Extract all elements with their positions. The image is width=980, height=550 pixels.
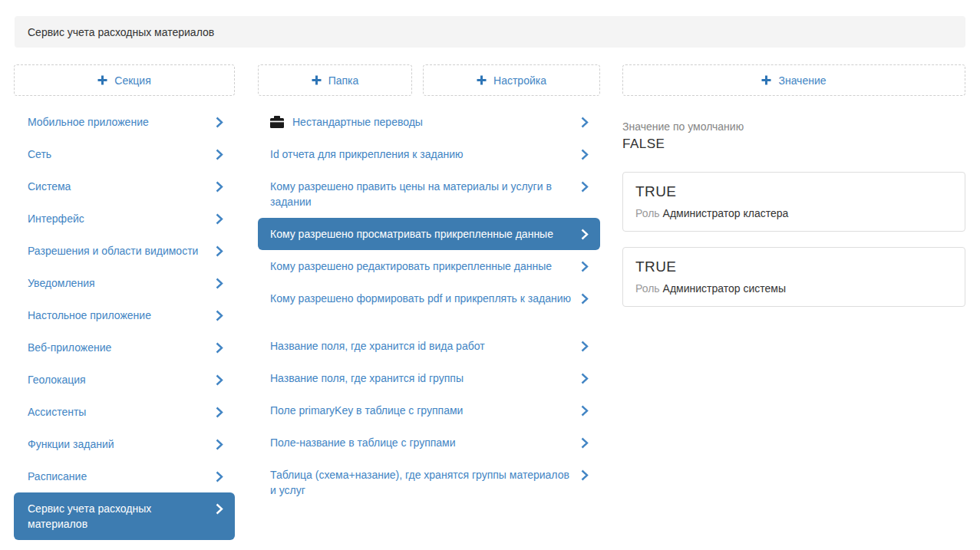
sidebar-item-label: Система [28,179,216,194]
folder-icon [270,114,284,130]
sidebar-item-label: Интерфейс [28,211,216,226]
sidebar-item[interactable]: Разрешения и области видимости [14,235,235,267]
chevron-right-icon [216,372,223,387]
sidebar-item[interactable]: Сеть [14,138,235,170]
setting-item[interactable]: Нестандартные переводы [258,106,600,138]
value-card-role: Роль Администратор системы [635,282,952,295]
add-setting-button[interactable]: Настройка [423,64,600,96]
chevron-right-icon [216,179,223,194]
add-section-label: Секция [114,74,150,87]
sidebar-item[interactable]: Интерфейс [14,203,235,235]
value-card-role: Роль Администратор кластера [635,207,952,220]
sidebar-item-label: Сервис учета расходных материалов [28,501,216,532]
chevron-right-icon [581,338,589,354]
sidebar-item-label: Сеть [28,147,216,162]
plus-icon [97,75,107,85]
setting-item[interactable]: Поле-название в таблице с группами [258,426,600,459]
setting-item-label: Таблица (схема+назание), где хранятся гр… [270,467,581,498]
plus-icon [761,75,771,85]
sidebar-item[interactable]: Расписание [14,460,235,492]
sidebar-item-label: Разрешения и области видимости [28,243,216,259]
sidebar-item[interactable]: Уведомления [14,267,235,299]
sidebar-item-label: Веб-приложение [28,340,216,355]
sidebar-item-label: Геолокация [28,372,216,387]
chevron-right-icon [581,371,589,386]
setting-item[interactable]: Название поля, где хранится id группы [258,362,600,394]
chevron-right-icon [216,436,223,452]
sections-column: Секция Мобильное приложение Сеть [14,64,235,540]
plus-icon [312,75,322,85]
setting-item-label: Название поля, где хранится id вида рабо… [270,338,581,354]
setting-item[interactable]: Кому разрешено формировать pdf и прикреп… [258,282,600,315]
chevron-right-icon [581,259,589,274]
add-value-button[interactable]: Значение [622,64,965,96]
chevron-right-icon [216,275,223,291]
plus-icon [477,75,487,85]
sidebar-item[interactable]: Функции заданий [14,428,235,460]
sidebar-item-label: Расписание [28,469,216,484]
sidebar-item[interactable]: Веб-приложение [14,331,235,364]
chevron-right-icon [216,501,223,516]
chevron-right-icon [581,403,589,418]
add-setting-label: Настройка [493,74,546,87]
sidebar-item[interactable]: Мобильное приложение [14,106,235,138]
sidebar-item-label: Настольное приложение [28,308,216,323]
default-value-block: Значение по умолчанию FALSE [622,120,965,152]
setting-item-label: Кому разрешено править цены на материалы… [270,179,581,209]
add-folder-button[interactable]: Папка [258,64,412,96]
setting-item[interactable]: Id отчета для прикрепления к заданию [258,138,600,170]
role-label: Роль [635,282,660,295]
chevron-right-icon [216,147,223,162]
main-layout: Секция Мобильное приложение Сеть [0,64,980,540]
chevron-right-icon [216,211,223,226]
settings-toolbar: Папка Настройка [258,64,600,96]
role-name: Администратор системы [663,282,786,295]
sidebar-item[interactable]: Сервис учета расходных материалов [14,492,235,540]
role-name: Администратор кластера [663,207,789,219]
setting-item-label: Кому разрешено редактировать прикрепленн… [270,259,581,274]
setting-item-label: Название поля, где хранится id группы [270,371,581,386]
value-card[interactable]: TRUE Роль Администратор кластера [622,172,965,232]
role-label: Роль [635,207,660,219]
value-cards: TRUE Роль Администратор кластера TRUE Ро… [622,172,965,307]
sidebar-item-label: Ассистенты [28,404,216,420]
add-value-label: Значение [778,74,826,87]
setting-item-label: Нестандартные переводы [292,114,581,130]
chevron-right-icon [216,243,223,259]
chevron-right-icon [581,114,589,130]
add-folder-label: Папка [328,74,359,87]
sidebar-item[interactable]: Ассистенты [14,396,235,428]
setting-item[interactable]: Поле primaryKey в таблице с группами [258,394,600,426]
chevron-right-icon [581,179,589,194]
chevron-right-icon [581,226,589,242]
chevron-right-icon [216,404,223,420]
chevron-right-icon [216,308,223,323]
breadcrumb-bar: Сервис учета расходных материалов [15,16,965,48]
setting-item[interactable]: Таблица (схема+назание), где хранятся гр… [258,459,600,506]
sidebar-item[interactable]: Система [14,170,235,203]
page-title: Сервис учета расходных материалов [28,26,214,38]
value-card-value: TRUE [635,183,952,201]
settings-list: Нестандартные переводы Id отчета для [258,106,600,506]
sidebar-item-label: Функции заданий [28,436,216,452]
setting-item-label: Кому разрешено формировать pdf и прикреп… [270,291,581,306]
add-section-button[interactable]: Секция [14,64,235,96]
sidebar-item-label: Уведомления [28,275,216,291]
value-card[interactable]: TRUE Роль Администратор системы [622,247,965,307]
setting-item[interactable]: Кому разрешено редактировать прикрепленн… [258,250,600,282]
chevron-right-icon [216,114,223,130]
default-value-label: Значение по умолчанию [622,120,965,133]
chevron-right-icon [216,469,223,484]
setting-item-label: Id отчета для прикрепления к заданию [270,147,581,162]
setting-item-label: Кому разрешено просматривать прикрепленн… [270,226,581,242]
setting-item-label: Поле-название в таблице с группами [270,435,581,450]
setting-item[interactable]: Кому разрешено править цены на материалы… [258,170,600,218]
chevron-right-icon [581,435,589,450]
values-column: Значение Значение по умолчанию FALSE TRU… [622,64,965,540]
setting-item[interactable]: Кому разрешено просматривать прикрепленн… [258,218,600,250]
settings-column: Папка Настройка [258,64,600,540]
setting-item[interactable]: Название поля, где хранится id вида рабо… [258,330,600,362]
default-value: FALSE [622,137,965,152]
sidebar-item[interactable]: Настольное приложение [14,299,235,331]
sidebar-item[interactable]: Геолокация [14,364,235,396]
